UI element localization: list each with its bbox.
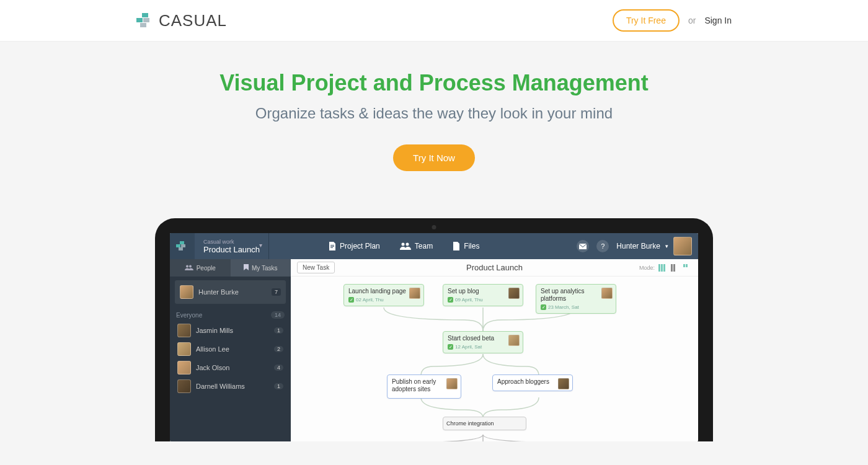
task-title: Launch landing page (348, 288, 419, 295)
task-date: 02 April, Thu (348, 297, 419, 303)
svg-point-2 (186, 265, 188, 267)
task-title: Set up analytics platforms (541, 288, 611, 303)
app-bar-right: ? Hunter Burke ▾ (577, 233, 698, 259)
person-row[interactable]: Jasmin Mills 1 (176, 321, 285, 340)
tab-people[interactable]: People (170, 259, 231, 277)
mode-controls: Mode: (639, 264, 692, 272)
avatar (177, 324, 191, 337)
user-menu[interactable]: Hunter Burke ▾ (616, 237, 692, 255)
nav-label: Team (415, 242, 433, 250)
avatar (601, 288, 613, 299)
device-mockup: Casual work Product Launch Project Plan … (155, 218, 713, 441)
section-header: Everyone 14 (176, 311, 285, 319)
try-free-button[interactable]: Try It Free (613, 9, 680, 32)
task-card[interactable]: Set up blog 09 April, Thu (443, 284, 523, 306)
bookmark-icon (244, 264, 249, 272)
person-row[interactable]: Darnell Williams 1 (176, 377, 285, 396)
task-count: 4 (274, 365, 283, 371)
sidebar-tabs: People My Tasks (170, 259, 291, 277)
everyone-section: Everyone 14 Jasmin Mills 1 Allison Lee 2 (170, 308, 291, 399)
task-title: Start closed beta (448, 335, 518, 342)
user-name: Hunter Burke (616, 242, 660, 250)
help-icon[interactable]: ? (596, 240, 609, 252)
avatar (508, 288, 520, 299)
person-name: Hunter Burke (198, 288, 239, 296)
hero-section: Visual Project and Process Management Or… (0, 42, 868, 190)
person-name: Allison Lee (196, 345, 229, 353)
app-body: People My Tasks Hunter Burke 7 (170, 259, 698, 441)
svg-point-0 (401, 243, 404, 246)
try-now-button[interactable]: Try It Now (393, 144, 475, 171)
mode-label: Mode: (639, 265, 655, 271)
avatar (409, 288, 420, 299)
avatar (180, 285, 193, 299)
section-count: 14 (271, 311, 285, 319)
task-card[interactable]: Launch landing page 02 April, Thu (343, 284, 424, 306)
avatar (177, 342, 191, 356)
person-row[interactable]: Jack Olson 4 (176, 358, 285, 377)
task-title: Approach bloggers (497, 378, 568, 386)
brand-name: CASUAL (159, 11, 227, 30)
chevron-down-icon: ▾ (665, 243, 668, 249)
avatar (558, 378, 569, 389)
sidebar: People My Tasks Hunter Burke 7 (170, 259, 291, 441)
site-header: CASUAL Try It Free or Sign In (0, 0, 868, 42)
document-icon (329, 242, 336, 250)
files-icon (453, 242, 460, 250)
task-date: 12 April, Sat (448, 344, 518, 350)
mail-icon[interactable] (577, 240, 589, 252)
tab-label: People (197, 265, 216, 272)
task-count: 1 (274, 383, 283, 389)
task-count: 2 (274, 346, 283, 352)
avatar (177, 379, 191, 393)
app-logo[interactable] (170, 233, 195, 259)
task-count: 7 (272, 288, 281, 296)
nav-files[interactable]: Files (443, 233, 489, 259)
sign-in-link[interactable]: Sign In (704, 16, 732, 25)
tab-label: My Tasks (252, 265, 278, 272)
task-count: 1 (274, 327, 283, 334)
mode-columns-icon[interactable] (658, 264, 667, 272)
app-nav: Project Plan Team Files (319, 233, 489, 259)
task-card[interactable]: Start closed beta 12 April, Sat (443, 331, 523, 353)
workspace-label: Casual work (203, 239, 260, 245)
nav-project-plan[interactable]: Project Plan (319, 233, 390, 259)
section-label: Everyone (176, 312, 202, 319)
task-card[interactable]: Approach bloggers (492, 374, 573, 391)
app-logo-icon (176, 241, 188, 251)
brand-logo[interactable]: CASUAL (136, 11, 227, 30)
task-date: 09 April, Thu (448, 297, 518, 303)
task-title: Chrome integration (446, 420, 494, 427)
avatar (508, 335, 520, 346)
task-card[interactable]: Chrome integration (443, 417, 526, 430)
svg-point-3 (189, 265, 192, 267)
logo-icon (136, 13, 154, 28)
mode-list-icon[interactable] (671, 264, 680, 272)
task-card[interactable]: Set up analytics platforms 23 March, Sat (536, 284, 616, 314)
person-row[interactable]: Allison Lee 2 (176, 340, 285, 358)
task-date: 23 March, Sat (541, 304, 611, 310)
hero-title: Visual Project and Process Management (0, 70, 868, 96)
nav-team[interactable]: Team (390, 233, 443, 259)
header-actions: Try It Free or Sign In (613, 9, 732, 32)
app-screenshot: Casual work Product Launch Project Plan … (170, 233, 698, 441)
tab-my-tasks[interactable]: My Tasks (231, 259, 291, 277)
project-dropdown[interactable]: Casual work Product Launch (195, 233, 269, 259)
avatar (446, 378, 458, 389)
canvas-title: Product Launch (466, 263, 523, 272)
people-icon (185, 265, 193, 272)
task-title: Set up blog (448, 288, 518, 295)
app-topbar: Casual work Product Launch Project Plan … (170, 233, 698, 259)
person-name: Jasmin Mills (196, 327, 233, 334)
new-task-button[interactable]: New Task (297, 262, 335, 273)
avatar (177, 361, 191, 374)
mode-grid-icon[interactable] (683, 264, 692, 272)
svg-point-1 (405, 243, 409, 246)
canvas[interactable]: New Task Product Launch Mode: (291, 259, 698, 441)
avatar (673, 237, 692, 255)
person-name: Darnell Williams (196, 383, 245, 390)
task-card[interactable]: Publish on early adopters sites (387, 374, 461, 399)
or-text: or (688, 16, 696, 25)
person-name: Jack Olson (196, 364, 229, 371)
selected-person[interactable]: Hunter Burke 7 (175, 280, 286, 304)
